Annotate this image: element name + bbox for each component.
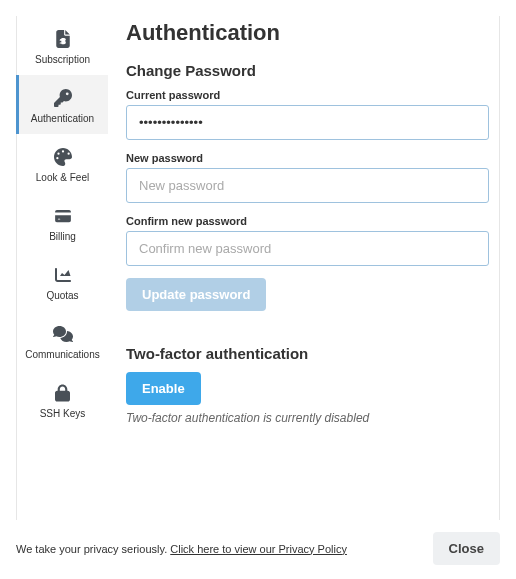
sidebar-item-label: SSH Keys	[40, 408, 86, 419]
credit-card-icon	[52, 205, 74, 227]
sidebar-item-label: Communications	[25, 349, 99, 360]
sidebar-item-ssh-keys[interactable]: SSH Keys	[17, 370, 108, 429]
invoice-icon	[52, 28, 74, 50]
sidebar-item-authentication[interactable]: Authentication	[17, 75, 108, 134]
palette-icon	[52, 146, 74, 168]
sidebar: Subscription Authentication Look & Feel …	[16, 16, 108, 520]
chart-area-icon	[52, 264, 74, 286]
sidebar-item-label: Quotas	[46, 290, 78, 301]
privacy-prefix: We take your privacy seriously.	[16, 543, 170, 555]
update-password-button[interactable]: Update password	[126, 278, 266, 311]
sidebar-item-communications[interactable]: Communications	[17, 311, 108, 370]
key-icon	[52, 87, 74, 109]
new-password-input[interactable]	[126, 168, 489, 203]
confirm-password-input[interactable]	[126, 231, 489, 266]
page-title: Authentication	[126, 20, 489, 46]
new-password-group: New password	[126, 152, 489, 203]
content: Authentication Change Password Current p…	[108, 16, 500, 520]
new-password-label: New password	[126, 152, 489, 164]
sidebar-item-look-feel[interactable]: Look & Feel	[17, 134, 108, 193]
footer: We take your privacy seriously. Click he…	[0, 520, 516, 579]
sidebar-item-subscription[interactable]: Subscription	[17, 16, 108, 75]
lock-icon	[52, 382, 74, 404]
current-password-group: Current password	[126, 89, 489, 140]
confirm-password-label: Confirm new password	[126, 215, 489, 227]
change-password-heading: Change Password	[126, 62, 489, 79]
privacy-text: We take your privacy seriously. Click he…	[16, 543, 347, 555]
confirm-password-group: Confirm new password	[126, 215, 489, 266]
sidebar-item-quotas[interactable]: Quotas	[17, 252, 108, 311]
twofa-status: Two-factor authentication is currently d…	[126, 411, 489, 425]
enable-twofa-button[interactable]: Enable	[126, 372, 201, 405]
close-button[interactable]: Close	[433, 532, 500, 565]
sidebar-item-label: Subscription	[35, 54, 90, 65]
twofa-heading: Two-factor authentication	[126, 345, 489, 362]
current-password-input[interactable]	[126, 105, 489, 140]
sidebar-item-label: Authentication	[31, 113, 94, 124]
comments-icon	[52, 323, 74, 345]
sidebar-item-billing[interactable]: Billing	[17, 193, 108, 252]
current-password-label: Current password	[126, 89, 489, 101]
privacy-link[interactable]: Click here to view our Privacy Policy	[170, 543, 347, 555]
sidebar-item-label: Billing	[49, 231, 76, 242]
sidebar-item-label: Look & Feel	[36, 172, 89, 183]
